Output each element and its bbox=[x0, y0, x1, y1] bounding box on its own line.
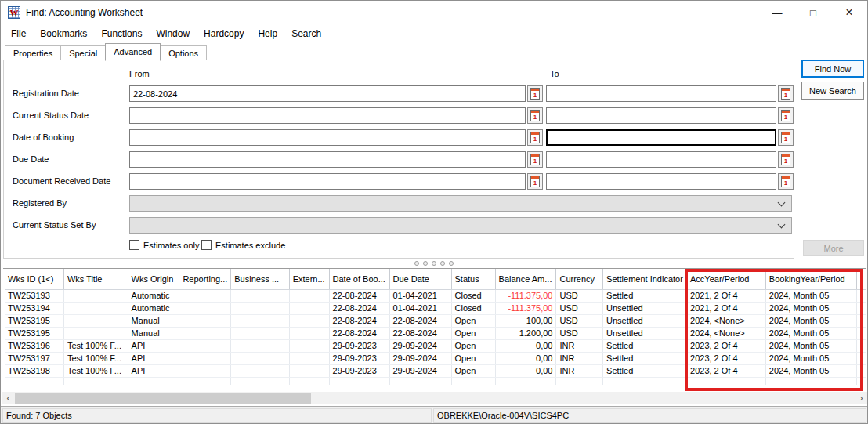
table-cell bbox=[289, 339, 329, 352]
calendar-picker-button[interactable]: 1 bbox=[527, 151, 543, 168]
table-cell: 01-04-2021 bbox=[389, 289, 451, 302]
app-icon[interactable]: W bbox=[8, 6, 20, 19]
menu-item-window[interactable]: Window bbox=[149, 28, 197, 39]
dropdown-registered-by[interactable] bbox=[129, 195, 792, 212]
table-cell: 29-09-2023 bbox=[329, 352, 389, 364]
table-cell: TW253193 bbox=[5, 289, 63, 302]
minimize-icon: — bbox=[772, 7, 783, 19]
column-header[interactable]: Status bbox=[451, 269, 495, 289]
checkbox-estimates-only[interactable]: Estimates only bbox=[129, 240, 200, 250]
calendar-picker-button[interactable]: 1 bbox=[778, 151, 794, 168]
menu-item-help[interactable]: Help bbox=[251, 28, 284, 39]
table-row[interactable]: TW253195Manual22-08-202422-08-2024Open10… bbox=[5, 314, 866, 327]
menu-item-bookmarks[interactable]: Bookmarks bbox=[33, 28, 94, 39]
column-header[interactable]: Reporting... bbox=[179, 269, 231, 289]
menu-item-search[interactable]: Search bbox=[284, 28, 328, 39]
table-cell: TW253195 bbox=[5, 314, 63, 327]
calendar-picker-button[interactable]: 1 bbox=[778, 85, 794, 102]
table-cell: 2024, Month 05 bbox=[765, 364, 856, 377]
calendar-picker-button[interactable]: 1 bbox=[527, 85, 543, 102]
menu-item-functions[interactable]: Functions bbox=[94, 28, 149, 39]
date-to-input[interactable] bbox=[546, 129, 776, 146]
splitter-handle[interactable] bbox=[1, 261, 867, 266]
column-header[interactable]: Extern... bbox=[289, 269, 329, 289]
maximize-button[interactable]: □ bbox=[795, 1, 831, 24]
window-controls: — □ × bbox=[759, 1, 867, 24]
date-from-input[interactable] bbox=[129, 173, 526, 190]
horizontal-scrollbar[interactable]: ‹ › bbox=[2, 392, 867, 404]
date-from-input[interactable] bbox=[129, 129, 526, 146]
find-now-button[interactable]: Find Now bbox=[801, 60, 864, 78]
table-cell bbox=[231, 352, 289, 364]
column-header[interactable]: Wks Origin bbox=[128, 269, 179, 289]
tab-special[interactable]: Special bbox=[60, 45, 106, 60]
tab-properties[interactable]: Properties bbox=[5, 45, 61, 60]
date-to-input[interactable] bbox=[546, 85, 776, 102]
column-header[interactable]: Date of Boo... bbox=[329, 269, 389, 289]
date-to-input[interactable] bbox=[546, 151, 776, 168]
table-cell: Test 100% F... bbox=[63, 364, 128, 377]
checkbox-estimates-exclude[interactable]: Estimates exclude bbox=[201, 240, 285, 250]
table-cell bbox=[289, 364, 329, 377]
column-header[interactable]: Wks ID (1<) bbox=[5, 269, 63, 289]
calendar-picker-button[interactable]: 1 bbox=[778, 173, 794, 190]
splitter-dot bbox=[423, 261, 428, 266]
table-cell-filler bbox=[857, 314, 866, 327]
calendar-picker-button[interactable]: 1 bbox=[527, 173, 543, 190]
column-header[interactable]: AccYear/Period bbox=[687, 269, 766, 289]
table-row[interactable]: TW253196Test 100% F...API29-09-202329-09… bbox=[5, 339, 866, 352]
minimize-button[interactable]: — bbox=[759, 1, 795, 24]
table-cell bbox=[179, 289, 231, 302]
close-button[interactable]: × bbox=[831, 1, 867, 24]
table-cell bbox=[63, 327, 128, 339]
table-row[interactable]: TW253198Test 100% F...API29-09-202329-09… bbox=[5, 364, 866, 377]
column-header[interactable]: Balance Am... bbox=[495, 269, 556, 289]
calendar-day-glyph: 1 bbox=[782, 114, 790, 121]
calendar-picker-button[interactable]: 1 bbox=[778, 129, 794, 146]
calendar-picker-button[interactable]: 1 bbox=[778, 107, 794, 124]
table-cell bbox=[179, 364, 231, 377]
date-from-input[interactable] bbox=[129, 85, 526, 102]
tab-advanced[interactable]: Advanced bbox=[105, 43, 161, 61]
scroll-left-icon[interactable]: ‹ bbox=[2, 392, 14, 404]
column-header[interactable]: BookingYear/Period bbox=[765, 269, 856, 289]
date-to-input[interactable] bbox=[546, 173, 776, 190]
table-cell bbox=[179, 327, 231, 339]
column-header[interactable]: Due Date bbox=[389, 269, 451, 289]
table-cell: USD bbox=[556, 327, 603, 339]
calendar-icon: 1 bbox=[530, 88, 540, 100]
table-row[interactable]: TW253195Manual22-08-202422-08-2024Open1.… bbox=[5, 327, 866, 339]
menu-item-file[interactable]: File bbox=[4, 28, 33, 39]
column-header[interactable]: Business ... bbox=[231, 269, 289, 289]
calendar-day-glyph: 1 bbox=[782, 92, 790, 100]
column-header[interactable]: Wks Title bbox=[63, 269, 128, 289]
column-header[interactable]: Settlement Indicator bbox=[603, 269, 687, 289]
date-from-input[interactable] bbox=[129, 151, 526, 168]
tab-options[interactable]: Options bbox=[160, 45, 207, 60]
table-cell-filler bbox=[857, 327, 866, 339]
scrollbar-thumb[interactable] bbox=[15, 393, 311, 404]
calendar-picker-button[interactable]: 1 bbox=[527, 107, 543, 124]
table-cell-empty bbox=[231, 377, 289, 385]
table-row[interactable]: TW253193Automatic22-08-202401-04-2021Clo… bbox=[5, 289, 866, 302]
date-field-row: Registration Date11 bbox=[4, 85, 794, 102]
table-cell: TW253197 bbox=[5, 352, 63, 364]
title-bar: W Find: Accounting Worksheet — □ × bbox=[1, 1, 867, 24]
date-from-input[interactable] bbox=[129, 107, 526, 124]
table-row[interactable]: TW253194Automatic22-08-202401-04-2021Clo… bbox=[5, 302, 866, 314]
table-cell-filler bbox=[857, 339, 866, 352]
dropdown-current-status-set-by[interactable] bbox=[129, 217, 792, 234]
date-to-input[interactable] bbox=[546, 107, 776, 124]
column-header[interactable]: Currency bbox=[556, 269, 603, 289]
table-cell: API bbox=[128, 352, 179, 364]
new-search-button[interactable]: New Search bbox=[801, 82, 864, 100]
table-cell: API bbox=[128, 364, 179, 377]
table-cell bbox=[63, 302, 128, 314]
table-cell: Test 100% F... bbox=[63, 352, 128, 364]
scroll-right-icon[interactable]: › bbox=[855, 392, 867, 404]
calendar-day-glyph: 1 bbox=[531, 114, 539, 121]
menu-item-hardcopy[interactable]: Hardcopy bbox=[197, 28, 251, 39]
field-label: Current Status Date bbox=[13, 111, 89, 120]
calendar-picker-button[interactable]: 1 bbox=[527, 129, 543, 146]
table-row[interactable]: TW253197Test 100% F...API29-09-202329-09… bbox=[5, 352, 866, 364]
